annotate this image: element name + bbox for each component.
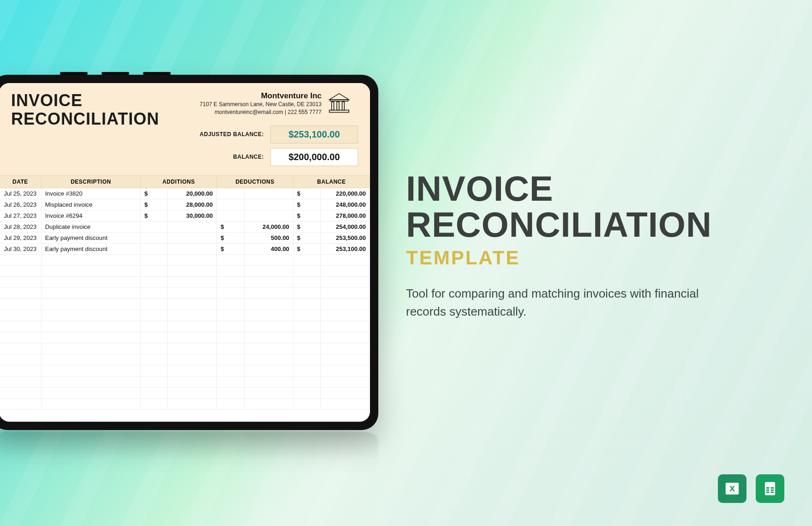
cell-add-value xyxy=(168,243,217,254)
cell-empty xyxy=(0,254,41,265)
summary-block: ADJUSTED BALANCE: $253,100.00 BALANCE: $… xyxy=(200,126,358,166)
cell-ded-currency xyxy=(217,199,245,210)
cell-empty xyxy=(141,276,168,287)
cell-empty xyxy=(293,321,320,332)
cell-ded-value xyxy=(244,188,293,199)
th-description: DESCRIPTION xyxy=(41,175,140,188)
cell-empty xyxy=(141,387,168,398)
cell-add-currency: $ xyxy=(141,210,168,221)
table-row: Jul 25, 2023Invoice #3820$20,000.00$220,… xyxy=(0,188,370,199)
cell-bal-currency: $ xyxy=(293,210,320,221)
cell-empty xyxy=(0,332,41,343)
table-row: Jul 28, 2023Duplicate invoice$24,000.00$… xyxy=(0,221,370,232)
cell-empty xyxy=(217,321,245,332)
cell-empty xyxy=(168,387,217,398)
document-title: INVOICE RECONCILIATION xyxy=(11,91,159,166)
cell-add-currency xyxy=(141,243,168,254)
cell-empty xyxy=(293,265,320,276)
table-row xyxy=(0,398,370,409)
table-row xyxy=(0,276,370,287)
cell-empty xyxy=(217,343,245,354)
table-row: Jul 30, 2023Early payment discount$400.0… xyxy=(0,243,370,254)
table-row xyxy=(0,321,370,332)
cell-description: Early payment discount xyxy=(41,232,140,243)
cell-empty xyxy=(141,354,168,365)
svg-rect-4 xyxy=(342,102,344,110)
cell-empty xyxy=(217,287,245,299)
table-wrap: DATE DESCRIPTION ADDITIONS DEDUCTIONS BA… xyxy=(0,175,370,422)
cell-empty xyxy=(168,321,217,332)
company-address: 7107 E Sammerson Lane, New Castle, DE 23… xyxy=(200,101,322,108)
cell-description: Invoice #3820 xyxy=(41,188,140,199)
cell-empty xyxy=(293,310,320,321)
cell-empty xyxy=(321,387,370,398)
cell-empty xyxy=(244,365,293,376)
svg-rect-3 xyxy=(337,102,339,110)
cell-bal-value: 278,000.00 xyxy=(321,210,370,221)
cell-empty xyxy=(41,354,140,365)
cell-add-value xyxy=(168,221,217,232)
company-block: Montventure Inc 7107 E Sammerson Lane, N… xyxy=(200,91,358,116)
cell-empty xyxy=(41,321,140,332)
cell-date: Jul 28, 2023 xyxy=(0,221,41,232)
table-header: DATE DESCRIPTION ADDITIONS DEDUCTIONS BA… xyxy=(0,175,370,188)
cell-bal-currency: $ xyxy=(293,232,320,243)
cell-empty xyxy=(41,310,140,321)
cell-empty xyxy=(0,387,41,398)
cell-empty xyxy=(0,276,41,287)
cell-date: Jul 30, 2023 xyxy=(0,243,41,254)
cell-empty xyxy=(244,332,293,343)
cell-add-value: 30,000.00 xyxy=(168,210,217,221)
cell-description: Early payment discount xyxy=(41,243,140,254)
app-icons: X xyxy=(718,474,784,503)
th-additions: ADDITIONS xyxy=(141,175,217,188)
cell-empty xyxy=(41,287,140,299)
cell-add-value: 28,000.00 xyxy=(168,199,217,210)
cell-empty xyxy=(141,310,168,321)
cell-empty xyxy=(141,321,168,332)
cell-empty xyxy=(141,376,168,387)
tablet-hw-buttons xyxy=(60,72,171,75)
cell-empty xyxy=(217,310,245,321)
table-row xyxy=(0,287,370,299)
cell-date: Jul 27, 2023 xyxy=(0,210,41,221)
cell-empty xyxy=(293,287,320,299)
company-name: Montventure Inc xyxy=(200,91,322,101)
cell-empty xyxy=(244,276,293,287)
cell-bal-currency: $ xyxy=(293,221,320,232)
cell-empty xyxy=(217,365,245,376)
company-contact: montventureinc@email.com | 222 555 7777 xyxy=(200,108,322,116)
tablet-screen: INVOICE RECONCILIATION Montventure Inc 7… xyxy=(0,83,370,422)
table-row xyxy=(0,299,370,310)
promo-heading-2: RECONCILIATION xyxy=(406,207,766,243)
cell-empty xyxy=(168,299,217,310)
title-line-1: INVOICE xyxy=(11,91,159,110)
cell-add-currency xyxy=(141,221,168,232)
cell-empty xyxy=(293,299,320,310)
cell-empty xyxy=(321,321,370,332)
cell-empty xyxy=(244,254,293,265)
cell-empty xyxy=(141,343,168,354)
th-date: DATE xyxy=(0,175,41,188)
svg-rect-5 xyxy=(329,110,349,113)
sheets-icon xyxy=(756,474,784,503)
cell-ded-value: 400.00 xyxy=(244,243,293,254)
cell-bal-value: 254,000.00 xyxy=(321,221,370,232)
cell-add-currency: $ xyxy=(141,188,168,199)
cell-empty xyxy=(293,254,320,265)
cell-ded-currency: $ xyxy=(217,243,245,254)
table-row xyxy=(0,343,370,354)
cell-empty xyxy=(168,365,217,376)
cell-empty xyxy=(321,398,370,409)
cell-empty xyxy=(141,299,168,310)
cell-empty xyxy=(244,310,293,321)
cell-empty xyxy=(244,398,293,409)
svg-marker-0 xyxy=(329,94,349,100)
cell-empty xyxy=(293,354,320,365)
cell-empty xyxy=(217,376,245,387)
cell-ded-value xyxy=(244,199,293,210)
th-deductions: DEDUCTIONS xyxy=(217,175,293,188)
table-row xyxy=(0,387,370,398)
cell-empty xyxy=(0,287,41,299)
cell-empty xyxy=(293,398,320,409)
